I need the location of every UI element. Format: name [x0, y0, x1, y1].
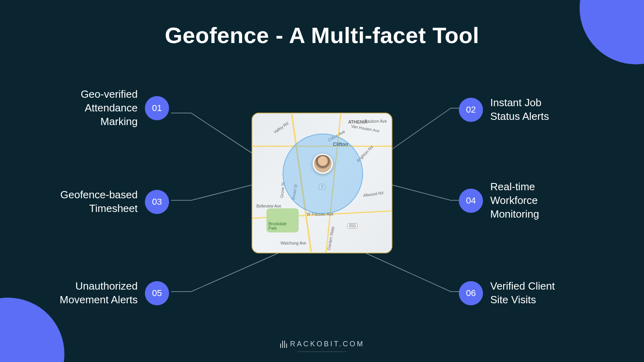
- feature-label: Real-time Workforce Monitoring: [490, 180, 539, 221]
- map-label-watchung: Watchung Ave: [281, 241, 306, 245]
- feature-label: Geofence-based Timesheet: [60, 188, 138, 216]
- feature-badge-03: 03: [145, 190, 169, 214]
- map-label-paulson: Paulson Ave: [365, 119, 387, 123]
- map-label-vanhouten: Van Houten Ave: [351, 124, 380, 133]
- feature-badge-06: 06: [459, 281, 483, 305]
- feature-item-unauthorized-alerts: 05 Unauthorized Movement Alerts: [60, 280, 169, 307]
- feature-item-timesheet: 03 Geofence-based Timesheet: [60, 188, 169, 216]
- feature-badge-04: 04: [459, 189, 483, 213]
- user-avatar: [313, 154, 333, 174]
- feature-item-realtime-monitoring: 04 Real-time Workforce Monitoring: [459, 180, 539, 221]
- map-label-garden: Garden State: [326, 226, 335, 250]
- feature-item-client-visits: 06 Verified Client Site Visits: [459, 280, 555, 307]
- brand-logo-icon: [279, 341, 287, 348]
- feature-label: Unauthorized Movement Alerts: [60, 280, 138, 307]
- feature-label: Geo-verified Attendance Marking: [80, 88, 138, 128]
- geofence-radius: [283, 134, 363, 214]
- feature-badge-01: 01: [145, 96, 169, 120]
- feature-item-geo-attendance: 01 Geo-verified Attendance Marking: [80, 88, 169, 128]
- map-geofence: ATHENIA Clifton Brookdale Park W Passaic…: [252, 113, 392, 253]
- feature-item-job-alerts: 02 Instant Job Status Alerts: [459, 96, 549, 123]
- feature-badge-02: 02: [459, 98, 483, 122]
- map-label-allwood: Allwood Rd: [363, 191, 384, 198]
- footer-brand: RACKOBIT.COM: [0, 340, 644, 352]
- map-label-route650: 650: [347, 223, 357, 228]
- map-label-belleview: Belleview Ave: [256, 204, 281, 208]
- map-label-valley: Valley Rd: [273, 121, 289, 134]
- brand-text: RACKOBIT.COM: [290, 340, 364, 348]
- feature-label: Instant Job Status Alerts: [490, 96, 549, 123]
- map-label-brookdale: Brookdale Park: [268, 222, 287, 230]
- feature-badge-05: 05: [145, 281, 169, 305]
- brand-underline: [298, 352, 346, 352]
- feature-label: Verified Client Site Visits: [490, 280, 555, 307]
